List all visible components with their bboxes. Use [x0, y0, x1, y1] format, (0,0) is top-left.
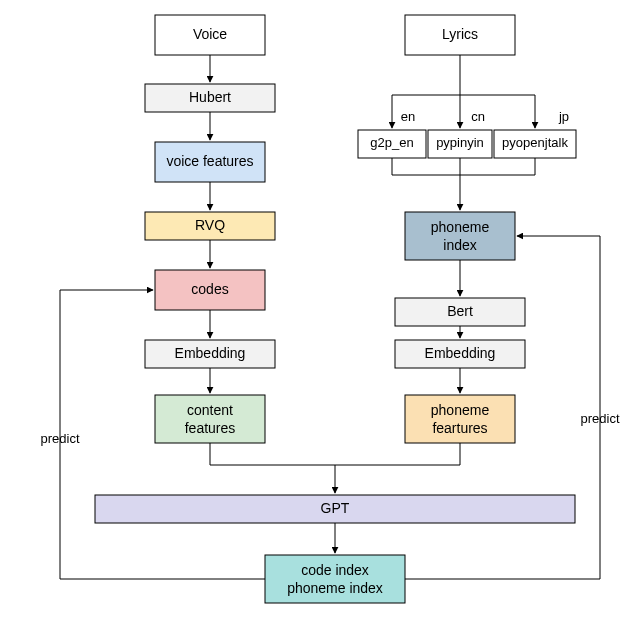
node-output-l2: phoneme index	[287, 580, 383, 596]
node-embedding-right-label: Embedding	[425, 345, 496, 361]
node-g2p-en-label: g2p_en	[370, 135, 413, 150]
node-pypinyin-label: pypinyin	[436, 135, 484, 150]
node-voice-features-label: voice features	[166, 153, 253, 169]
node-phoneme-features-l2: feartures	[432, 420, 487, 436]
architecture-diagram: Voice Hubert voice features RVQ codes Em…	[0, 0, 640, 625]
predict-left-label: predict	[40, 431, 79, 446]
lang-jp-label: jp	[558, 109, 569, 124]
node-bert-label: Bert	[447, 303, 473, 319]
node-voice-label: Voice	[193, 26, 227, 42]
node-content-features-l2: features	[185, 420, 236, 436]
node-embedding-left-label: Embedding	[175, 345, 246, 361]
node-pyopenjtalk-label: pyopenjtalk	[502, 135, 568, 150]
node-rvq-label: RVQ	[195, 217, 225, 233]
node-phoneme-features-l1: phoneme	[431, 402, 490, 418]
node-content-features-l1: content	[187, 402, 233, 418]
node-gpt-label: GPT	[321, 500, 350, 516]
node-output-l1: code index	[301, 562, 369, 578]
node-phoneme-index-l2: index	[443, 237, 476, 253]
node-codes-label: codes	[191, 281, 228, 297]
lang-en-label: en	[401, 109, 415, 124]
predict-right-label: predict	[580, 411, 619, 426]
lang-cn-label: cn	[471, 109, 485, 124]
node-phoneme-index-l1: phoneme	[431, 219, 490, 235]
node-lyrics-label: Lyrics	[442, 26, 478, 42]
node-hubert-label: Hubert	[189, 89, 231, 105]
